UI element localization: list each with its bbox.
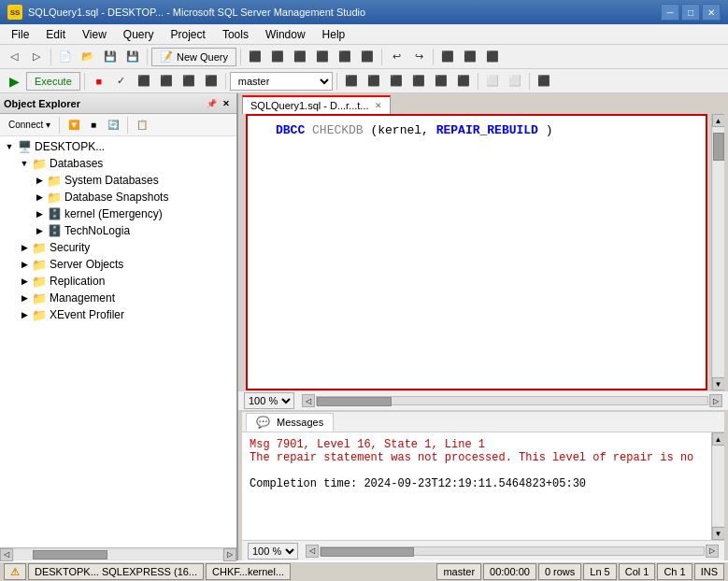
toolbar-btn2[interactable]: ⬛ [267, 48, 288, 66]
query-editor[interactable]: DBCC CHECKDB (kernel, REPAIR_REBUILD ) [246, 114, 707, 390]
oe-scroll-right[interactable]: ▷ [223, 548, 236, 561]
query-tab-label: SQLQuery1.sql - D...r...t... [250, 100, 369, 111]
tree-replication[interactable]: ▶ 📁 Replication [0, 273, 236, 290]
completion-time: Completion time: 2024-09-23T12:19:11.546… [250, 477, 704, 490]
database-selector[interactable]: master kernel TechNoLogia [230, 72, 333, 91]
kernel-db-label: kernel (Emergency) [64, 207, 163, 220]
stop-btn[interactable]: ■ [89, 72, 109, 91]
toolbar-sep3 [240, 49, 241, 65]
new-file-button[interactable]: 📄 [55, 48, 76, 66]
toolbar2-btn7[interactable]: ⬛ [386, 72, 407, 91]
parse-btn[interactable]: ✓ [111, 72, 132, 91]
undo-button[interactable]: ↩ [386, 48, 407, 66]
results-vscroll[interactable]: ▲ ▼ [711, 432, 724, 540]
results-scroll-right[interactable]: ▷ [706, 545, 719, 558]
oe-filter-button[interactable]: 🔽 [64, 117, 84, 134]
toolbar-btn6[interactable]: ⬛ [357, 48, 378, 66]
results-scroll-up[interactable]: ▲ [712, 432, 725, 446]
editor-zoom-select[interactable]: 100 % 75 % 125 % [244, 392, 294, 409]
results-zoom-select[interactable]: 100 % 75 % 125 % [248, 543, 298, 560]
menu-view[interactable]: View [75, 26, 114, 43]
execute-button[interactable]: Execute [26, 72, 80, 91]
menu-project[interactable]: Project [164, 26, 213, 43]
toolbar-btn5[interactable]: ⬛ [335, 48, 355, 66]
tree-server-objects[interactable]: ▶ 📁 Server Objects [0, 256, 236, 273]
toolbar-btn8[interactable]: ⬛ [460, 48, 480, 66]
status-ins-text: INS [701, 566, 718, 577]
editor-vscroll[interactable]: ▲ ▼ [711, 114, 724, 390]
redo-button[interactable]: ↪ [408, 48, 429, 66]
toolbar2-btn4[interactable]: ⬛ [201, 72, 221, 91]
menu-query[interactable]: Query [116, 26, 162, 43]
toolbar2-btn6[interactable]: ⬛ [364, 72, 384, 91]
editor-scroll-right[interactable]: ▷ [709, 394, 722, 407]
maximize-button[interactable]: □ [681, 4, 700, 21]
main-layout: Object Explorer 📌 ✕ Connect ▾ 🔽 ■ 🔄 📋 ▼ … [0, 93, 728, 560]
save-button[interactable]: 💾 [100, 48, 121, 66]
query-content[interactable]: DBCC CHECKDB (kernel, REPAIR_REBUILD ) [272, 120, 702, 141]
editor-scroll-left[interactable]: ◁ [302, 394, 315, 407]
query-params: (kernel, [370, 123, 435, 137]
oe-summary-button[interactable]: 📋 [132, 117, 152, 134]
minimize-button[interactable]: ─ [661, 4, 679, 21]
toolbar2-btn12[interactable]: ⬜ [505, 72, 525, 91]
toolbar-btn1[interactable]: ⬛ [245, 48, 265, 66]
tree-security[interactable]: ▶ 📁 Security [0, 239, 236, 256]
oe-refresh-button[interactable]: 🔄 [103, 117, 123, 134]
back-button[interactable]: ◁ [4, 48, 24, 66]
editor-scroll-thumb [713, 133, 724, 161]
oe-close-button[interactable]: ✕ [220, 97, 233, 110]
forward-button[interactable]: ▷ [26, 48, 47, 66]
editor-scroll-up[interactable]: ▲ [712, 114, 725, 127]
toolbar2-btn9[interactable]: ⬛ [431, 72, 451, 91]
oe-title: Object Explorer [4, 98, 80, 109]
toolbar2-btn1[interactable]: ⬛ [134, 72, 154, 91]
result-spacer [250, 464, 704, 477]
query-tabs: SQLQuery1.sql - D...r...t... ✕ [238, 93, 728, 114]
toolbar2-btn11[interactable]: ⬜ [482, 72, 503, 91]
editor-scroll-down[interactable]: ▼ [712, 377, 725, 390]
oe-scroll-left[interactable]: ◁ [0, 548, 13, 561]
tree-xevent[interactable]: ▶ 📁 XEvent Profiler [0, 306, 236, 323]
toolbar2-btn5[interactable]: ⬛ [341, 72, 362, 91]
menu-tools[interactable]: Tools [215, 26, 256, 43]
toolbar2-btn13[interactable]: ⬛ [534, 72, 554, 91]
toolbar-btn4[interactable]: ⬛ [312, 48, 333, 66]
menu-file[interactable]: File [4, 26, 36, 43]
oe-sep1 [59, 117, 60, 134]
toolbar2-btn3[interactable]: ⬛ [178, 72, 199, 91]
tree-kernel-db[interactable]: ▶ 🗄️ kernel (Emergency) [0, 205, 236, 222]
results-scroll-down[interactable]: ▼ [712, 527, 725, 540]
tree-server[interactable]: ▼ 🖥️ DESKTOPK... [0, 138, 236, 155]
tree-system-databases[interactable]: ▶ 📁 System Databases [0, 172, 236, 189]
tree-techno-db[interactable]: ▶ 🗄️ TechNoLogia [0, 222, 236, 239]
results-scroll-left[interactable]: ◁ [306, 545, 319, 558]
open-button[interactable]: 📂 [78, 48, 98, 66]
oe-pin-button[interactable]: 📌 [205, 97, 218, 110]
results-messages-tab[interactable]: 💬 Messages [246, 413, 334, 432]
toolbar2-btn10[interactable]: ⬛ [453, 72, 474, 91]
toolbar-btn3[interactable]: ⬛ [290, 48, 310, 66]
oe-connect-button[interactable]: Connect ▾ [4, 117, 55, 134]
menu-edit[interactable]: Edit [38, 26, 73, 43]
new-query-button[interactable]: 📝 New Query [151, 48, 236, 66]
results-tabs: 💬 Messages [242, 412, 724, 432]
menu-help[interactable]: Help [315, 26, 353, 43]
close-button[interactable]: ✕ [702, 4, 721, 21]
toolbar2-btn8[interactable]: ⬛ [408, 72, 429, 91]
oe-stop-button[interactable]: ■ [86, 117, 101, 134]
query-tab-close[interactable]: ✕ [375, 101, 382, 110]
tree-management[interactable]: ▶ 📁 Management [0, 290, 236, 306]
tree-databases[interactable]: ▼ 📁 Databases [0, 155, 236, 172]
toolbar-btn7[interactable]: ⬛ [437, 48, 458, 66]
save-all-button[interactable]: 💾 [122, 48, 143, 66]
tree-db-snapshots[interactable]: ▶ 📁 Database Snapshots [0, 189, 236, 205]
query-tab-1[interactable]: SQLQuery1.sql - D...r...t... ✕ [242, 95, 391, 114]
play-icon: ▶ [4, 72, 24, 91]
toolbar-btn9[interactable]: ⬛ [482, 48, 503, 66]
menu-window[interactable]: Window [258, 26, 313, 43]
toolbar2-btn2[interactable]: ⬛ [156, 72, 177, 91]
replication-label: Replication [50, 275, 105, 288]
oe-hscroll[interactable]: ◁ ▷ [0, 547, 236, 560]
xevent-folder-icon: 📁 [32, 307, 47, 322]
